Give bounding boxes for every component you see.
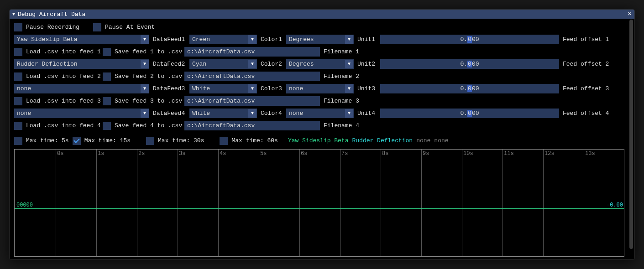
- save-feed-3-checkbox[interactable]: [103, 97, 111, 105]
- unit-3-value: none: [289, 85, 343, 92]
- offset-1-label: Feed offset 1: [563, 36, 609, 43]
- save-feed-4-label: Save feed 4 to .csv: [115, 122, 181, 129]
- unit-4-label: Unit4: [357, 110, 377, 117]
- save-feed-4-checkbox[interactable]: [103, 122, 111, 130]
- titlebar[interactable]: ▼ Debug Aircraft Data ×: [10, 10, 634, 19]
- datafeed-1-combo[interactable]: Yaw Sideslip Beta ▼: [14, 35, 149, 44]
- datafeed-3-combo[interactable]: none ▼: [14, 84, 149, 93]
- unit-3-label: Unit3: [357, 85, 377, 92]
- chevron-down-icon: ▼: [141, 84, 149, 93]
- filename-4-input[interactable]: c:\AircraftData.csv: [184, 121, 320, 130]
- time-tick-label: 2s: [138, 150, 145, 157]
- gridline: [421, 150, 422, 256]
- load-feed-2-label: Load .csv into feed 2: [26, 73, 99, 80]
- color-3-value: White: [192, 85, 246, 92]
- feed-2-row1: Rudder Deflection ▼ DataFeed2 Cyan ▼ Col…: [14, 59, 630, 69]
- filename-3-input[interactable]: c:\AircraftData.csv: [184, 96, 320, 106]
- gridline: [543, 150, 544, 256]
- legend-series-4: none: [434, 137, 448, 144]
- chevron-down-icon: ▼: [141, 109, 149, 118]
- series-1-value-label: 00000: [16, 202, 33, 208]
- filename-1-input[interactable]: c:\AircraftData.csv: [184, 47, 320, 57]
- unit-4-combo[interactable]: none ▼: [286, 109, 354, 118]
- chevron-down-icon: ▼: [345, 60, 353, 68]
- time-tick-label: 1s: [98, 150, 104, 157]
- load-feed-1-checkbox[interactable]: [14, 48, 22, 56]
- series-2-value-label: -0.00: [607, 202, 623, 208]
- time-tick-label: 8s: [382, 150, 388, 157]
- gridline: [259, 150, 259, 256]
- save-feed-2-checkbox[interactable]: [103, 72, 111, 81]
- color-4-label: Color4: [261, 110, 283, 117]
- save-feed-1-checkbox[interactable]: [103, 48, 111, 56]
- scrollbar-thumb[interactable]: [629, 20, 633, 249]
- offset-4-label: Feed offset 4: [563, 110, 609, 117]
- scrollbar[interactable]: [628, 20, 634, 259]
- maxtime-30s-checkbox[interactable]: [146, 137, 154, 145]
- pause-recording-checkbox[interactable]: [14, 23, 22, 31]
- gridline: [584, 150, 584, 256]
- offset-2-input[interactable]: 0.000: [380, 59, 559, 69]
- unit-3-combo[interactable]: none ▼: [286, 84, 354, 93]
- datafeed-2-combo[interactable]: Rudder Deflection ▼: [14, 59, 149, 69]
- unit-2-combo[interactable]: Degrees ▼: [286, 59, 354, 69]
- unit-1-combo[interactable]: Degrees ▼: [286, 35, 354, 44]
- time-tick-label: 7s: [341, 150, 348, 157]
- unit-1-value: Degrees: [289, 36, 343, 43]
- maxtime-60s-checkbox[interactable]: [220, 137, 228, 145]
- filename-2-input[interactable]: c:\AircraftData.csv: [184, 72, 320, 81]
- legend-series-2: Rudder Deflection: [352, 137, 413, 144]
- datafeed-2-label: DataFeed2: [153, 61, 186, 67]
- color-3-label: Color3: [261, 85, 283, 92]
- datafeed-3-label: DataFeed3: [153, 85, 186, 92]
- legend-series-3: none: [416, 137, 430, 144]
- maxtime-5s-checkbox[interactable]: [14, 137, 22, 145]
- time-tick-label: 13s: [585, 150, 595, 157]
- time-tick-label: 9s: [423, 150, 429, 157]
- load-feed-2-checkbox[interactable]: [14, 72, 22, 81]
- feed-4-row2: Load .csv into feed 4 Save feed 4 to .cs…: [14, 121, 630, 130]
- pause-at-event-checkbox[interactable]: [93, 23, 101, 31]
- datafeed-1-value: Yaw Sideslip Beta: [17, 36, 139, 43]
- feed-3-row1: none ▼ DataFeed3 White ▼ Color3 none ▼ U…: [14, 84, 630, 93]
- load-feed-4-checkbox[interactable]: [14, 122, 22, 130]
- plot-area[interactable]: 0s1s2s3s4s5s6s7s8s9s10s11s12s13s00000-0.…: [14, 149, 624, 257]
- maxtime-30s-label: Max time: 30s: [158, 137, 204, 144]
- offset-3-label: Feed offset 3: [563, 85, 609, 92]
- chevron-down-icon: ▼: [141, 35, 149, 44]
- datafeed-2-value: Rudder Deflection: [17, 61, 139, 67]
- color-4-combo[interactable]: White ▼: [189, 109, 257, 118]
- maxtime-15s-checkbox[interactable]: [73, 137, 81, 145]
- unit-4-value: none: [289, 110, 343, 117]
- color-2-combo[interactable]: Cyan ▼: [189, 59, 257, 69]
- offset-4-input[interactable]: 0.000: [380, 109, 559, 118]
- time-tick-label: 11s: [504, 150, 514, 157]
- series-2-line: [15, 209, 624, 209]
- maxtime-15s-label: Max time: 15s: [84, 137, 131, 144]
- window-body: Pause Recording Pause At Event Yaw Sides…: [10, 19, 634, 259]
- gridline: [218, 150, 219, 256]
- gridline: [381, 150, 381, 256]
- time-tick-label: 4s: [220, 150, 226, 157]
- offset-3-input[interactable]: 0.000: [380, 84, 559, 93]
- maxtime-60s-label: Max time: 60s: [231, 137, 277, 144]
- chevron-down-icon: ▼: [248, 109, 257, 118]
- time-tick-label: 10s: [463, 150, 473, 157]
- color-1-combo[interactable]: Green ▼: [189, 35, 257, 44]
- unit-1-label: Unit1: [357, 36, 377, 43]
- color-2-value: Cyan: [192, 61, 246, 67]
- window-title: Debug Aircraft Data: [18, 11, 85, 18]
- legend-series-1: Yaw Sideslip Beta: [288, 137, 349, 144]
- collapse-arrow-icon[interactable]: ▼: [12, 12, 15, 17]
- maxtime-row: Max time: 5s Max time: 15s Max time: 30s…: [14, 136, 630, 145]
- chevron-down-icon: ▼: [248, 60, 257, 68]
- feed-1-row1: Yaw Sideslip Beta ▼ DataFeed1 Green ▼ Co…: [14, 35, 630, 44]
- load-feed-4-label: Load .csv into feed 4: [26, 122, 99, 129]
- color-3-combo[interactable]: White ▼: [189, 84, 257, 93]
- gridline: [299, 150, 300, 256]
- datafeed-4-combo[interactable]: none ▼: [14, 109, 149, 118]
- close-icon[interactable]: ×: [628, 11, 632, 18]
- time-tick-label: 3s: [179, 150, 185, 157]
- offset-1-input[interactable]: 0.000: [380, 35, 559, 44]
- load-feed-3-checkbox[interactable]: [14, 97, 22, 105]
